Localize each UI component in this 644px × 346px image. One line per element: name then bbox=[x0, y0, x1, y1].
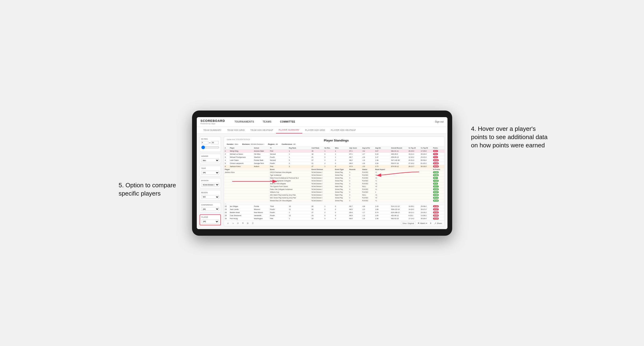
cell-points[interactable]: 88.2 bbox=[432, 150, 444, 153]
tab-team-h2h-heatmap[interactable]: TEAM H2H HEATMAP bbox=[248, 127, 276, 133]
undo-button[interactable]: ↩ bbox=[226, 222, 230, 225]
cell-adj: 68.0 bbox=[348, 162, 361, 165]
table-row[interactable]: 5 Christo Lamprecht Georgia Tech Fourth … bbox=[224, 162, 444, 165]
cell-points[interactable]: 68.18 bbox=[432, 165, 444, 168]
cell-rds: 0 bbox=[324, 156, 334, 159]
share-icon: ↗ bbox=[434, 222, 436, 224]
no-rds-min-input[interactable] bbox=[201, 141, 208, 144]
cell-wins: 1 bbox=[334, 156, 348, 159]
nav-tournaments[interactable]: TOURNAMENTS bbox=[233, 120, 256, 124]
year-select[interactable]: (All) bbox=[201, 171, 219, 174]
filter-division-value: NCAA Division I bbox=[251, 143, 264, 145]
year-label: Year bbox=[201, 168, 219, 169]
watch-button[interactable]: 👁 Watch ▾ bbox=[418, 222, 427, 224]
division-select[interactable]: NCAA Division I bbox=[201, 183, 219, 186]
settings-button[interactable]: ⚙ bbox=[246, 222, 250, 225]
cell-vs50: 23-22-0 bbox=[420, 156, 432, 159]
cell-num: 6 bbox=[224, 165, 229, 168]
cell-points[interactable]: 38.95 bbox=[432, 214, 444, 217]
col-no-rds: No Rds. bbox=[324, 147, 334, 150]
cell-yr: Third bbox=[269, 205, 288, 208]
cell-vs25: 17-14-2 bbox=[408, 217, 420, 220]
cell-points[interactable]: 80.49 bbox=[432, 162, 444, 165]
cell-points[interactable]: 76.2 bbox=[432, 153, 444, 156]
table-row[interactable]: 3 Michael Thorbjornsen Stanford Fourth 1… bbox=[224, 156, 444, 159]
cell-points[interactable]: 40.27 bbox=[432, 208, 444, 211]
cell-yr: Fifth bbox=[269, 217, 288, 220]
cell-reg-rank: 2 bbox=[288, 165, 311, 168]
cell-num: 1 bbox=[224, 150, 229, 153]
filter-division: Division: NCAA Division I bbox=[242, 143, 264, 145]
cell-school: Auburn bbox=[253, 165, 269, 168]
player-select[interactable]: (All) bbox=[202, 220, 219, 223]
tab-team-summary[interactable]: TEAM SUMMARY bbox=[200, 127, 224, 133]
table-row[interactable]: 25 Cole Sherwood Vanderbilt Fourth 12 23… bbox=[224, 214, 444, 217]
cell-vs25: 27-10-2 bbox=[408, 162, 420, 165]
nav-committee[interactable]: COMMITTEE bbox=[278, 120, 297, 124]
view-original-button[interactable]: View: Original bbox=[401, 221, 416, 225]
nav-teams[interactable]: TEAMS bbox=[261, 120, 273, 124]
region-select[interactable]: N/A bbox=[201, 195, 219, 199]
table-row[interactable]: 2 Michael La Sasso Ole Miss Second 1 18 … bbox=[224, 153, 444, 156]
cell-record: 208-06-13 bbox=[390, 156, 408, 159]
tab-player-h2h-heatmap[interactable]: PLAYER H2H HEATMAP bbox=[328, 127, 359, 133]
conference-select[interactable]: (All) bbox=[201, 207, 219, 211]
cell-num: 24 bbox=[224, 211, 229, 214]
sign-out-button[interactable]: Sign out bbox=[435, 120, 444, 123]
cell-points[interactable]: 40.58 bbox=[432, 205, 444, 208]
no-rds-max-input[interactable] bbox=[212, 141, 218, 144]
cell-school: Vanderbilt bbox=[253, 214, 269, 217]
table-row[interactable]: 26 Petr Hruby Washington Fifth 1 23 0 0 … bbox=[224, 217, 444, 220]
gender-label: Gender bbox=[201, 156, 219, 157]
cell-topar: -2.3 bbox=[361, 208, 374, 211]
annotation-bottom-left: 5. Option to compare specific players bbox=[119, 181, 180, 198]
cell-points[interactable]: 80.34 bbox=[432, 159, 444, 162]
cell-wins: 0 bbox=[334, 162, 348, 165]
update-time-value: 27/01/2024 16:56:26 bbox=[236, 139, 250, 140]
nav-bar: SCOREBOARD Powered by clippi TOURNAMENTS… bbox=[197, 117, 448, 127]
copy-button[interactable]: ⧉ bbox=[241, 221, 244, 225]
refresh-button[interactable]: ⟳ bbox=[236, 222, 240, 225]
cell-topar: -2.6 bbox=[361, 162, 374, 165]
logo-sub: Powered by clippi bbox=[200, 123, 225, 125]
tab-player-summary[interactable]: PLAYER SUMMARY bbox=[276, 127, 302, 134]
cell-conf-rank: 15 bbox=[310, 150, 324, 153]
cell-rds: 0 bbox=[324, 217, 334, 220]
clock-button[interactable]: ⏱ bbox=[251, 222, 255, 225]
cell-reg-rank: 2 bbox=[288, 162, 311, 165]
cell-topar: -3.2 bbox=[361, 150, 374, 153]
tab-team-h2h-grid[interactable]: TEAM H2H GRID bbox=[224, 127, 248, 133]
cell-points[interactable]: 38.49 bbox=[432, 217, 444, 220]
share-button[interactable]: ↗ Share bbox=[434, 222, 442, 224]
table-row[interactable]: 22 Ian Gilligan Florida Third 10 24 1 0 … bbox=[224, 205, 444, 208]
cell-record: 509-122-16 bbox=[390, 208, 408, 211]
download-button[interactable]: ⬇ bbox=[429, 222, 432, 225]
table-row-highlighted[interactable]: 6 Jackson Koivu Auburn First 2 27 1 0 67… bbox=[224, 165, 444, 168]
no-rds-slider[interactable] bbox=[201, 146, 219, 149]
cell-vs50: 13-39-2 bbox=[420, 214, 432, 217]
table-row[interactable]: 23 Jack Lundin Missouri Fourth 11 24 0 0… bbox=[224, 208, 444, 211]
table-row[interactable]: 1 Wenyi Ding Arizona State First 1 15 1 … bbox=[224, 150, 444, 153]
cell-topar: -2.0 bbox=[361, 165, 374, 168]
table-row[interactable]: 4 Luke Claton Florida State Second 5 27 … bbox=[224, 159, 444, 162]
cell-rds: 2 bbox=[324, 162, 334, 165]
cell-sg: 0.74 bbox=[374, 211, 390, 214]
cell-vs25: 28-12-7 bbox=[408, 165, 420, 168]
cell-yr: Fourth bbox=[269, 156, 288, 159]
cell-vs50: 29-38-2 bbox=[420, 205, 432, 208]
sidebar-no-rds: No Rds. - bbox=[200, 137, 221, 152]
cell-conf-rank: 21 bbox=[310, 156, 324, 159]
cell-record: 440-26-6 bbox=[390, 153, 408, 156]
cell-rds: 2 bbox=[324, 159, 334, 162]
cell-adj: 68.2 bbox=[348, 159, 361, 162]
tab-player-h2h-grid[interactable]: PLAYER H2H GRID bbox=[302, 127, 328, 133]
cell-rds: 1 bbox=[324, 205, 334, 208]
cell-vs25: 10-11-1 bbox=[408, 211, 420, 214]
col-school: School bbox=[253, 147, 269, 150]
cell-points[interactable]: 40.02 bbox=[432, 211, 444, 214]
table-row[interactable]: 24 Bastien Amat New Mexico Fourth 1 27 2… bbox=[224, 211, 444, 214]
redo-button[interactable]: ↪ bbox=[231, 222, 235, 225]
gender-select[interactable]: Men bbox=[201, 159, 219, 162]
cell-points[interactable]: 70.1 bbox=[432, 156, 444, 159]
cell-sg: 2.72 bbox=[374, 165, 390, 168]
